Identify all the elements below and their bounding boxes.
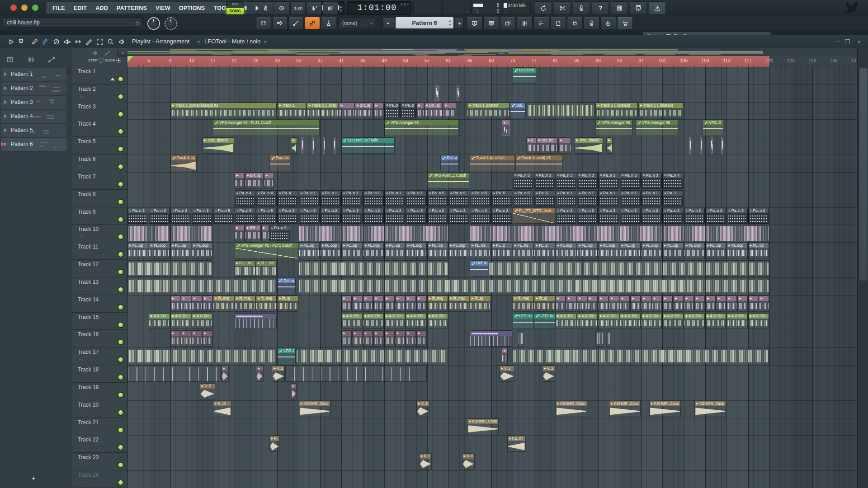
track-header-15[interactable]: Track 15...	[72, 313, 127, 330]
undo-button[interactable]	[535, 1, 552, 15]
audio-clip[interactable]: ▶	[620, 296, 630, 312]
pattern-clip[interactable]: ≡Pa..n 2	[491, 208, 512, 224]
track-header-17[interactable]: Track 17...	[72, 347, 127, 365]
audio-clip[interactable]: ▶FL..op	[341, 243, 362, 259]
breadcrumb-playlist[interactable]: Playlist - Arrangement	[132, 38, 189, 45]
playlist-minimize-icon[interactable]: —	[835, 38, 840, 44]
track-led[interactable]	[118, 77, 123, 81]
playback-tool-icon[interactable]	[117, 37, 126, 46]
track-header-10[interactable]: Track 10...	[72, 225, 127, 242]
piano-tab-icon[interactable]	[6, 56, 14, 65]
mini-audio-tab-icon[interactable]	[92, 49, 97, 57]
audio-clip[interactable]: ▶	[170, 330, 181, 347]
track-name[interactable]: Track 1	[78, 68, 96, 75]
pattern-clip[interactable]: ≡Pa..n 1	[363, 190, 384, 206]
audio-clip[interactable]: ▶K..01	[462, 453, 475, 469]
audio-clip[interactable]: ▶BR..aj	[425, 103, 443, 119]
audio-clip[interactable]: ▶V..2	[272, 366, 285, 382]
audio-clip[interactable]: ▶	[352, 296, 363, 312]
tools-button[interactable]	[600, 17, 616, 29]
pattern-clip[interactable]: ≡Pa..5	[534, 190, 555, 206]
track-header-16[interactable]: Track 16...	[72, 330, 127, 347]
pattern-clip[interactable]: ≡Pa..n 2	[384, 208, 405, 224]
track-header-14[interactable]: Track 14...	[72, 295, 127, 313]
audio-clip[interactable]: ▶	[694, 296, 705, 312]
piano-roll-button[interactable]	[533, 17, 549, 29]
audio-clip[interactable]: ▶FL.oop	[684, 243, 705, 259]
audio-clip[interactable]	[127, 366, 221, 382]
audio-clip[interactable]: ▶	[443, 103, 456, 119]
pattern-clip[interactable]: ≡Pa..n 2	[577, 208, 598, 224]
automation-clip[interactable]: VPS Avenger #5	[636, 120, 678, 136]
pattern-clip[interactable]: ≡Pa..n 5	[448, 190, 469, 206]
step-seq-window-button[interactable]	[483, 17, 499, 29]
track-name[interactable]: Track 23	[78, 454, 99, 460]
paint-tool-icon[interactable]	[41, 37, 50, 46]
track-header-22[interactable]: Track 22...	[72, 435, 127, 453]
audio-clip[interactable]: ▶	[652, 296, 662, 312]
loop-record-button[interactable]	[323, 1, 338, 15]
pattern-item-1[interactable]: ≡Pattern 1	[1, 68, 66, 81]
audio-clip[interactable]	[526, 103, 595, 119]
pattern-item-2[interactable]: ≡Pattern 2	[1, 82, 66, 95]
audio-clip[interactable]: ▶FL..2	[534, 243, 555, 259]
audio-clip[interactable]: ▶KSHMR..Clean	[556, 401, 587, 417]
playhead-marker[interactable]	[127, 56, 133, 62]
audio-clip[interactable]	[470, 225, 619, 241]
audio-clip[interactable]: ▶FL..op	[384, 243, 405, 259]
audio-clip[interactable]: ▶BR..aj	[245, 173, 263, 189]
audio-clip[interactable]: ▶BR..#2	[245, 225, 260, 241]
audio-clip[interactable]: ▶lft..aj	[534, 296, 555, 312]
audio-clip[interactable]: ▶	[502, 348, 508, 364]
track-header-13[interactable]: Track 13...	[72, 277, 127, 295]
audio-clip[interactable]: ▶	[630, 296, 641, 312]
audio-clip[interactable]: ▶4 V..D#	[641, 313, 662, 329]
pattern-clip[interactable]: ≡Pa..n 2	[726, 208, 747, 224]
audio-clip[interactable]: ▶	[384, 296, 395, 312]
playlist-menu-icon[interactable]	[6, 37, 15, 46]
mute-tool-icon[interactable]	[62, 37, 71, 46]
channel-rack-button[interactable]	[500, 17, 516, 29]
touch-controller-button[interactable]	[584, 17, 599, 29]
automation-clip[interactable]: Track 1..dated) #4	[170, 155, 197, 171]
track-header-8[interactable]: Track 8...	[72, 190, 127, 207]
playlist-grid[interactable]: LFOTool..te / solo▶Track 1 (consolidated…	[127, 67, 857, 488]
track-name[interactable]: Track 7	[78, 174, 96, 180]
track-led[interactable]	[118, 305, 123, 310]
pattern-clip[interactable]: ≡Pa..n 1	[384, 190, 405, 206]
track-header-2[interactable]: Track 2...	[72, 84, 127, 102]
automation-clip[interactable]: Trac..et	[269, 155, 290, 171]
pattern-clip[interactable]: ≡Pa..n 2	[269, 225, 290, 241]
audio-clip[interactable]	[518, 330, 523, 347]
track-name[interactable]: Track 8	[78, 191, 96, 197]
audio-clip[interactable]: ▶FL..op	[705, 243, 726, 259]
track-name[interactable]: Track 11	[78, 244, 98, 250]
track-name[interactable]: Track 6	[78, 156, 96, 162]
audio-clip[interactable]: ▶KSHMR..Clean	[694, 401, 726, 417]
pattern-clip[interactable]: ≡Pa..n 2	[598, 208, 619, 224]
track-header-12[interactable]: Track 12...	[72, 260, 127, 277]
audio-clip[interactable]: ▶FL.oop	[641, 243, 662, 259]
audio-clip[interactable]: ▶4 V..D#	[192, 313, 212, 329]
track-name[interactable]: Track 12	[78, 261, 99, 267]
audio-clip[interactable]	[299, 225, 448, 241]
track-name[interactable]: Track 3	[78, 103, 96, 110]
metronome-button[interactable]	[258, 1, 273, 15]
pattern-selector[interactable]: Pattern 6▲▼	[395, 17, 454, 29]
audio-clip[interactable]: ▶	[395, 330, 406, 347]
automation-clip[interactable]: LFO..lo	[277, 348, 295, 364]
pattern-clip[interactable]: ≡Pa..n 1	[406, 190, 426, 206]
audio-clip[interactable]	[689, 137, 691, 154]
slide-toggle[interactable]	[116, 58, 121, 63]
audio-clip[interactable]	[721, 137, 723, 154]
pattern-clip[interactable]: ≡Pa..n 2	[662, 208, 683, 224]
audio-clip[interactable]: ▶	[181, 330, 191, 347]
audio-clip[interactable]: ▶FL..op	[299, 243, 320, 259]
track-led[interactable]	[118, 129, 123, 134]
audio-clip[interactable]: ▶Track 1 (..lidated)	[307, 103, 338, 119]
track-name[interactable]: Track 9	[78, 209, 96, 215]
audio-clip[interactable]: ▶	[192, 296, 202, 312]
automation-tab-icon[interactable]	[48, 56, 55, 65]
track-led[interactable]	[118, 94, 123, 99]
pattern-clip[interactable]: ≡Pa..n 1	[341, 190, 362, 206]
